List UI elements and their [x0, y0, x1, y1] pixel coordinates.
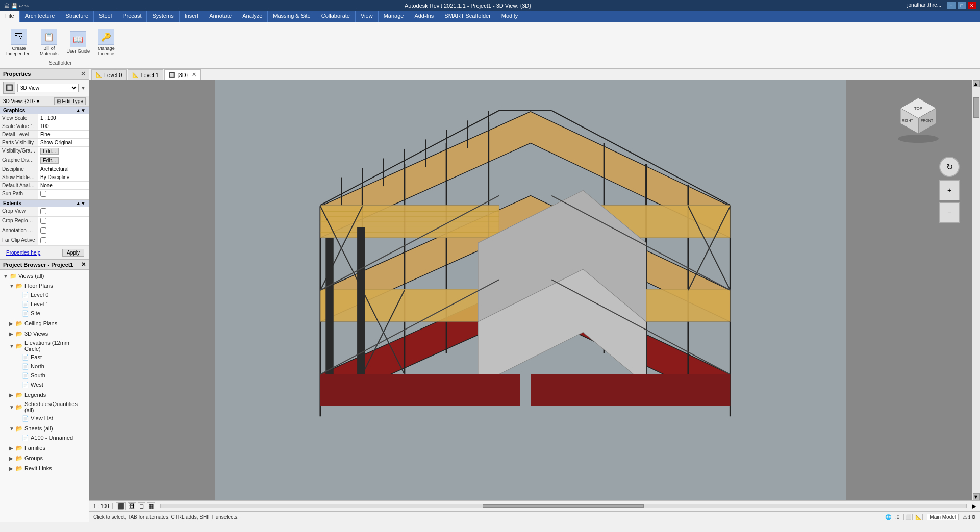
tree-row-south[interactable]: 📄 South — [13, 371, 88, 380]
manage-licence-button[interactable]: 🔑 ManageLicence — [96, 28, 117, 57]
ribbon-tab-analyze[interactable]: Analyze — [237, 11, 268, 22]
edit-type-button[interactable]: ⊞ Edit Type — [54, 97, 86, 105]
hidden-lines-button[interactable]: ▦ — [147, 502, 155, 510]
sun-path-value[interactable] — [38, 190, 89, 199]
maximize-button[interactable]: □ — [958, 2, 966, 9]
bill-of-materials-button[interactable]: 📋 Bill ofMaterials — [38, 28, 61, 57]
scale-value-input[interactable] — [40, 123, 87, 129]
ribbon-tab-view[interactable]: View — [356, 11, 379, 22]
properties-close-button[interactable]: ✕ — [81, 70, 86, 78]
ribbon-tab-annotate[interactable]: Annotate — [204, 11, 237, 22]
crop-view-value[interactable] — [38, 207, 89, 216]
render-button[interactable]: 🖼 — [128, 502, 136, 510]
view-cube[interactable]: TOP FRONT RIGHT — [890, 90, 946, 146]
zoom-out-button[interactable]: − — [939, 202, 960, 223]
tree-row-groups[interactable]: ▶ 📂 Groups — [7, 453, 88, 463]
tree-row-west[interactable]: 📄 West — [13, 380, 88, 389]
tree-expand-elevations[interactable]: ▼ — [9, 343, 15, 349]
tree-expand-sheets[interactable]: ▼ — [9, 426, 15, 432]
tree-row-ceiling-plans[interactable]: ▶ 📂 Ceiling Plans — [7, 319, 88, 328]
ribbon-tab-modify[interactable]: Modify — [496, 11, 523, 22]
tab-3d-close-button[interactable]: ✕ — [192, 71, 196, 78]
zoom-in-button[interactable]: + — [939, 180, 960, 200]
tree-row-schedules[interactable]: ▼ 📂 Schedules/Quantities (all) — [7, 400, 88, 414]
status-info-icon[interactable]: ℹ — [968, 514, 970, 520]
extents-section-toggle[interactable]: ▲▼ — [76, 200, 86, 206]
tab-level-0[interactable]: 📐 Level 0 — [91, 69, 127, 80]
tree-row-site[interactable]: 📄 Site — [13, 309, 88, 318]
tree-row-east[interactable]: 📄 East — [13, 352, 88, 362]
tree-row-floor-plans[interactable]: ▼ 📂 Floor Plans — [7, 281, 88, 290]
ribbon-tab-smart-scaffolder[interactable]: SMART Scaffolder — [439, 11, 496, 22]
tree-expand-revit-links[interactable]: ▶ — [9, 466, 15, 471]
tree-row-view-list[interactable]: 📄 View List — [13, 414, 88, 423]
ribbon-tab-massing---site[interactable]: Massing & Site — [268, 11, 316, 22]
ribbon-tab-systems[interactable]: Systems — [147, 11, 179, 22]
ribbon-tab-precast[interactable]: Precast — [117, 11, 147, 22]
close-button[interactable]: ✕ — [968, 2, 976, 9]
crop-region-value[interactable] — [38, 217, 89, 226]
minimize-button[interactable]: − — [947, 2, 956, 9]
tree-row-elevations[interactable]: ▼ 📂 Elevations (12mm Circle) — [7, 339, 88, 352]
vertical-scrollbar[interactable]: ▲ ▼ — [972, 80, 980, 500]
scale-value-value[interactable] — [38, 122, 89, 130]
ribbon-tab-steel[interactable]: Steel — [94, 11, 117, 22]
project-browser-close-button[interactable]: ✕ — [81, 261, 86, 268]
ribbon-tab-collaborate[interactable]: Collaborate — [316, 11, 356, 22]
view-name-dropdown[interactable]: 3D View: {3D} ▼ — [3, 98, 52, 104]
annotation-crop-checkbox[interactable] — [40, 227, 46, 234]
type-dropdown[interactable]: 3D View — [17, 84, 79, 92]
display-mode-button[interactable]: ⬛ — [116, 502, 126, 510]
canvas-area[interactable]: TOP FRONT RIGHT ↻ + − — [89, 80, 972, 500]
visibility-graphics-edit-button[interactable]: Edit... — [40, 148, 59, 155]
window-controls[interactable]: jonathan.thre... − □ ✕ — [907, 2, 976, 9]
tree-expand-schedules[interactable]: ▼ — [9, 404, 15, 410]
graphics-section-toggle[interactable]: ▲▼ — [76, 108, 86, 113]
graphic-display-edit-button[interactable]: Edit... — [40, 157, 59, 164]
crop-view-checkbox[interactable] — [40, 208, 46, 214]
ribbon-tab-add-ins[interactable]: Add-Ins — [409, 11, 439, 22]
orbit-button[interactable]: ↻ — [939, 157, 960, 177]
properties-help-link[interactable]: Properties help — [3, 249, 43, 257]
user-guide-button[interactable]: 📖 User Guide — [65, 30, 92, 55]
ribbon-tab-architecture[interactable]: Architecture — [20, 11, 61, 22]
view-scale-value[interactable] — [38, 114, 89, 122]
tree-row-sheets[interactable]: ▼ 📂 Sheets (all) — [7, 424, 88, 433]
tree-expand-floor-plans[interactable]: ▼ — [9, 283, 15, 289]
ribbon-tab-structure[interactable]: Structure — [60, 11, 94, 22]
tree-expand-families[interactable]: ▶ — [9, 445, 15, 451]
status-warning-icon[interactable]: ⚠ — [963, 514, 967, 520]
tree-expand-groups[interactable]: ▶ — [9, 455, 15, 461]
tree-expand-ceiling-plans[interactable]: ▶ — [9, 321, 15, 326]
right-scroll-arrow[interactable]: ▶ — [972, 503, 976, 510]
tree-row-3d-views[interactable]: ▶ 📂 3D Views — [7, 329, 88, 338]
tree-row-revit-links[interactable]: ▶ 📂 Revit Links — [7, 464, 88, 473]
tree-expand-views-all[interactable]: ▼ — [3, 273, 9, 279]
tree-row-families[interactable]: ▶ 📂 Families — [7, 443, 88, 452]
far-clip-value[interactable] — [38, 236, 89, 245]
toolbar-icons[interactable]: ⬛ 🖼 ◻ ▦ — [116, 502, 155, 510]
view-scale-input[interactable] — [40, 115, 87, 121]
graphics-section-header[interactable]: Graphics ▲▼ — [0, 107, 89, 114]
scroll-down-button[interactable]: ▼ — [973, 493, 980, 500]
tab-3d[interactable]: 🔲 {3D} ✕ — [164, 69, 201, 80]
ribbon-tab-insert[interactable]: Insert — [180, 11, 205, 22]
ribbon-tab-manage[interactable]: Manage — [379, 11, 410, 22]
apply-button[interactable]: Apply — [62, 249, 84, 257]
navigation-tools[interactable]: ↻ + − — [939, 157, 960, 223]
tree-row-a100[interactable]: 📄 A100 - Unnamed — [13, 433, 88, 442]
sun-path-checkbox[interactable] — [40, 191, 46, 197]
crop-region-checkbox[interactable] — [40, 218, 46, 224]
status-settings-icon[interactable]: ⚙ — [971, 514, 976, 520]
horizontal-scroll-thumb[interactable] — [483, 504, 644, 508]
tree-row-views-all[interactable]: ▼ 📁 Views (all) — [1, 271, 88, 281]
wireframe-button[interactable]: ◻ — [138, 502, 145, 510]
ribbon-tab-file[interactable]: File — [0, 11, 20, 22]
scroll-thumb[interactable] — [973, 97, 979, 118]
tree-row-legends[interactable]: ▶ 📂 Legends — [7, 390, 88, 399]
scroll-up-button[interactable]: ▲ — [973, 80, 980, 87]
tree-expand-3d-views[interactable]: ▶ — [9, 331, 15, 337]
tree-row-north[interactable]: 📄 North — [13, 362, 88, 371]
tree-expand-legends[interactable]: ▶ — [9, 392, 15, 398]
extents-section-header[interactable]: Extents ▲▼ — [0, 199, 89, 207]
